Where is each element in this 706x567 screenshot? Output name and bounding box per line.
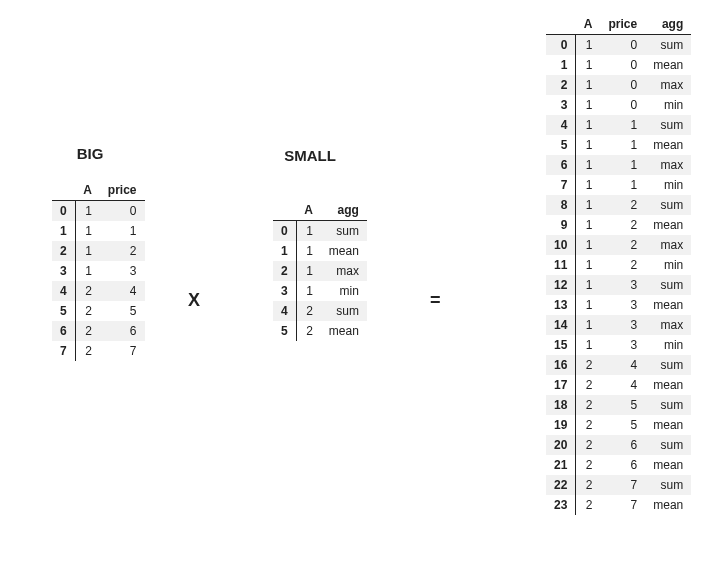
big-cell: 7 <box>100 341 145 361</box>
result-cell: min <box>645 95 691 115</box>
table-row: 511mean <box>546 135 691 155</box>
big-cell: 1 <box>75 221 100 241</box>
result-cell: 2 <box>576 495 601 515</box>
big-table: Aprice010111212313424525626727 <box>52 180 145 361</box>
result-cell: 0 <box>601 75 646 95</box>
table-row: 711min <box>546 175 691 195</box>
result-row-index: 13 <box>546 295 576 315</box>
result-row-index: 2 <box>546 75 576 95</box>
result-cell: 1 <box>576 135 601 155</box>
table-row: 411sum <box>546 115 691 135</box>
result-cell: 1 <box>576 175 601 195</box>
result-cell: 4 <box>601 355 646 375</box>
result-col-header: agg <box>645 14 691 35</box>
result-cell: mean <box>645 415 691 435</box>
table-row: 1012max <box>546 235 691 255</box>
table-row: 210max <box>546 75 691 95</box>
result-row-index: 8 <box>546 195 576 215</box>
result-row-index: 19 <box>546 415 576 435</box>
result-row-index: 5 <box>546 135 576 155</box>
result-row-index: 14 <box>546 315 576 335</box>
result-cell: 2 <box>576 355 601 375</box>
big-row-index: 3 <box>52 261 75 281</box>
table-row: 2126mean <box>546 455 691 475</box>
result-cell: 2 <box>576 455 601 475</box>
small-cell: sum <box>321 301 367 321</box>
small-row-index: 2 <box>273 261 296 281</box>
table-row: 525 <box>52 301 145 321</box>
result-cell: 1 <box>576 215 601 235</box>
result-cell: 1 <box>601 175 646 195</box>
result-cell: 3 <box>601 315 646 335</box>
title-small: SMALL <box>275 147 345 164</box>
big-row-index: 6 <box>52 321 75 341</box>
title-big: BIG <box>60 145 120 162</box>
result-cell: 1 <box>576 35 601 56</box>
big-col-header: price <box>100 180 145 201</box>
result-cell: 7 <box>601 495 646 515</box>
result-cell: mean <box>645 295 691 315</box>
result-cell: sum <box>645 435 691 455</box>
result-cell: 1 <box>576 235 601 255</box>
table-row: 1112min <box>546 255 691 275</box>
result-corner <box>546 14 576 35</box>
table-row: 1213sum <box>546 275 691 295</box>
result-cell: max <box>645 235 691 255</box>
result-row-index: 15 <box>546 335 576 355</box>
result-row-index: 18 <box>546 395 576 415</box>
result-cell: 1 <box>576 115 601 135</box>
result-col-header: A <box>576 14 601 35</box>
equals-operator: = <box>430 290 441 311</box>
big-cell: 6 <box>100 321 145 341</box>
table-row: 1513min <box>546 335 691 355</box>
result-cell: mean <box>645 55 691 75</box>
big-cell: 2 <box>75 281 100 301</box>
table-row: 2227sum <box>546 475 691 495</box>
small-row-index: 1 <box>273 241 296 261</box>
result-cell: min <box>645 175 691 195</box>
table-row: 110mean <box>546 55 691 75</box>
table-row: 812sum <box>546 195 691 215</box>
table-row: 313 <box>52 261 145 281</box>
big-cell: 1 <box>100 221 145 241</box>
result-cell: 0 <box>601 55 646 75</box>
small-cell: 1 <box>296 241 321 261</box>
result-row-index: 16 <box>546 355 576 375</box>
small-cell: mean <box>321 321 367 341</box>
result-row-index: 12 <box>546 275 576 295</box>
result-cell: 1 <box>576 95 601 115</box>
result-row-index: 6 <box>546 155 576 175</box>
result-cell: mean <box>645 455 691 475</box>
big-cell: 2 <box>100 241 145 261</box>
result-cell: 1 <box>576 315 601 335</box>
result-row-index: 20 <box>546 435 576 455</box>
result-cell: 7 <box>601 475 646 495</box>
result-cell: 2 <box>601 195 646 215</box>
table-row: 21max <box>273 261 367 281</box>
result-cell: 6 <box>601 435 646 455</box>
table-row: 611max <box>546 155 691 175</box>
result-cell: min <box>645 335 691 355</box>
big-cell: 2 <box>75 321 100 341</box>
big-row-index: 7 <box>52 341 75 361</box>
result-cell: 1 <box>576 195 601 215</box>
small-table: Aagg01sum11mean21max31min42sum52mean <box>273 200 367 341</box>
big-cell: 0 <box>100 201 145 222</box>
table-row: 42sum <box>273 301 367 321</box>
result-cell: 1 <box>576 255 601 275</box>
result-cell: 3 <box>601 275 646 295</box>
big-cell: 3 <box>100 261 145 281</box>
result-cell: 1 <box>601 135 646 155</box>
table-row: 2327mean <box>546 495 691 515</box>
result-cell: 2 <box>601 235 646 255</box>
big-row-index: 4 <box>52 281 75 301</box>
result-cell: 2 <box>576 475 601 495</box>
result-row-index: 22 <box>546 475 576 495</box>
big-cell: 5 <box>100 301 145 321</box>
big-corner <box>52 180 75 201</box>
result-col-header: price <box>601 14 646 35</box>
result-cell: sum <box>645 115 691 135</box>
table-row: 1624sum <box>546 355 691 375</box>
result-row-index: 23 <box>546 495 576 515</box>
result-cell: max <box>645 155 691 175</box>
